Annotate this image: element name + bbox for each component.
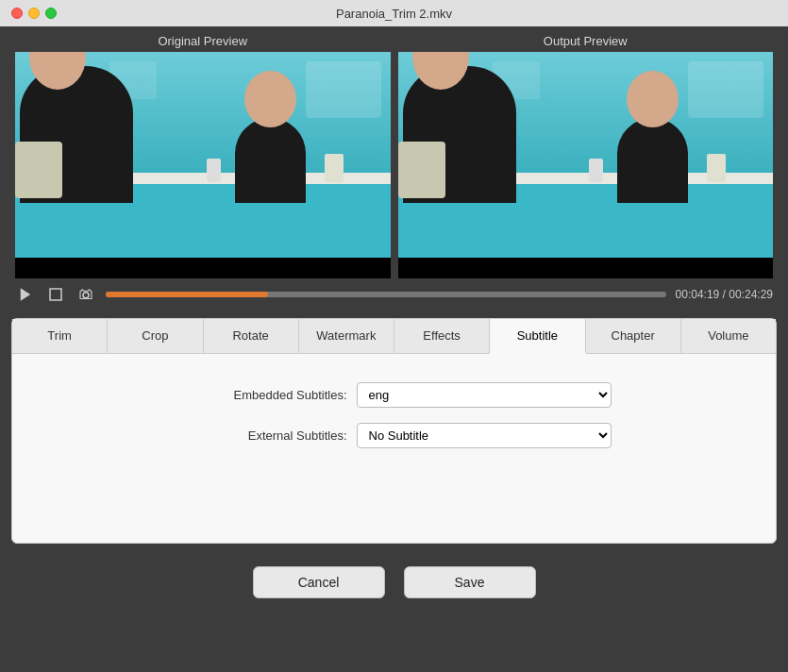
anime-scene-original [15, 52, 391, 278]
tab-trim[interactable]: Trim [12, 319, 108, 353]
play-icon [17, 286, 34, 303]
embedded-subtitles-label: Embedded Subtitles: [177, 388, 347, 402]
window-title: Paranoia_Trim 2.mkv [336, 7, 452, 21]
snapshot-button[interactable] [75, 284, 96, 305]
svg-rect-1 [50, 289, 61, 300]
controls-bar: 00:04:19 / 00:24:29 [0, 278, 788, 311]
external-subtitles-row: External Subtitles: No Subtitle Browse..… [31, 423, 757, 448]
output-preview-label: Output Preview [544, 34, 628, 48]
embedded-subtitles-select[interactable]: eng jpn None [357, 382, 612, 408]
traffic-lights [11, 8, 57, 19]
subtitle-tab-content: Embedded Subtitles: eng jpn None Externa… [12, 354, 776, 543]
svg-point-2 [83, 293, 89, 298]
progress-fill [106, 292, 268, 297]
bottom-panel: Trim Crop Rotate Watermark Effects Subti… [11, 318, 777, 544]
close-button[interactable] [11, 8, 23, 19]
minimize-button[interactable] [28, 8, 40, 19]
stop-icon [47, 286, 64, 303]
stop-button[interactable] [45, 284, 66, 305]
external-subtitles-select[interactable]: No Subtitle Browse... [357, 423, 612, 448]
tab-subtitle[interactable]: Subtitle [490, 319, 585, 354]
tabs-row: Trim Crop Rotate Watermark Effects Subti… [12, 319, 776, 354]
tab-watermark[interactable]: Watermark [299, 319, 394, 353]
tab-effects[interactable]: Effects [394, 319, 490, 353]
tab-volume[interactable]: Volume [681, 319, 776, 353]
titlebar: Paranoia_Trim 2.mkv [0, 0, 788, 26]
footer-buttons: Cancel Save [0, 551, 788, 610]
save-button[interactable]: Save [404, 566, 536, 598]
tab-crop[interactable]: Crop [108, 319, 203, 353]
original-preview-panel: Original Preview [15, 34, 391, 278]
time-display: 00:04:19 / 00:24:29 [676, 288, 773, 301]
output-preview-video [398, 52, 774, 278]
maximize-button[interactable] [45, 8, 57, 19]
original-preview-video [15, 52, 391, 278]
tab-chapter[interactable]: Chapter [586, 319, 681, 353]
preview-section: Original Preview [0, 26, 788, 278]
embedded-subtitles-row: Embedded Subtitles: eng jpn None [31, 382, 757, 408]
external-subtitles-label: External Subtitles: [177, 428, 347, 443]
output-preview-panel: Output Preview [398, 34, 774, 278]
play-button[interactable] [15, 284, 36, 305]
original-preview-label: Original Preview [158, 34, 247, 48]
anime-scene-output [398, 52, 774, 278]
svg-marker-0 [21, 288, 31, 301]
tab-rotate[interactable]: Rotate [204, 319, 299, 353]
camera-icon [77, 286, 94, 303]
progress-bar[interactable] [106, 292, 666, 297]
cancel-button[interactable]: Cancel [253, 566, 385, 598]
